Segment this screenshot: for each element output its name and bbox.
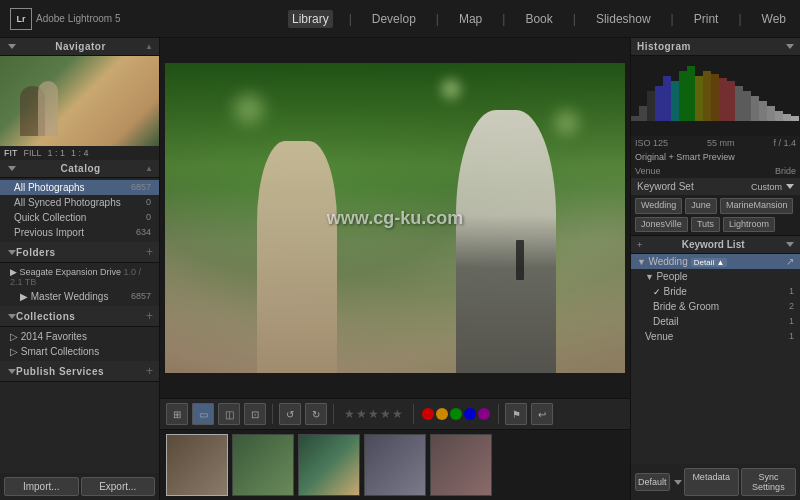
- export-button[interactable]: Export...: [81, 477, 156, 496]
- catalog-item-quick[interactable]: Quick Collection 0: [0, 210, 159, 225]
- folders-add-btn[interactable]: +: [146, 245, 153, 259]
- collections-section: ▷ 2014 Favorites ▷ Smart Collections: [0, 327, 159, 361]
- svg-rect-17: [767, 106, 775, 121]
- keyword-detail-row[interactable]: Detail 1: [631, 314, 800, 329]
- keyword-tag-tuts[interactable]: Tuts: [691, 217, 720, 233]
- keyword-wedding-arrow[interactable]: ↗: [786, 256, 794, 267]
- histogram-info: ISO 125 55 mm f / 1.4: [631, 136, 800, 150]
- rotate-left-btn[interactable]: ↺: [279, 403, 301, 425]
- loupe-view-btn[interactable]: ▭: [192, 403, 214, 425]
- main-layout: Navigator ▲ FIT FILL 1 : 1 1 : 4 Catalog…: [0, 38, 800, 500]
- keyword-set-dropdown[interactable]: Custom: [751, 182, 794, 192]
- iso-value: ISO 125: [635, 138, 668, 148]
- film-thumb-5[interactable]: [430, 434, 492, 496]
- star-1[interactable]: ★: [344, 407, 355, 421]
- flag-btn[interactable]: ⚑: [505, 403, 527, 425]
- folder-seagate[interactable]: ▶ Seagate Expansion Drive 1.0 / 2.1 TB: [0, 265, 159, 289]
- survey-view-btn[interactable]: ⊡: [244, 403, 266, 425]
- preview-mode: Original + Smart Preview: [631, 150, 800, 164]
- fit-option-1to4[interactable]: 1 : 4: [71, 148, 89, 158]
- keyword-tag-lightroom[interactable]: Lightroom: [723, 217, 775, 233]
- nav-item-library[interactable]: Library: [288, 10, 333, 28]
- star-rating: ★ ★ ★ ★ ★: [344, 407, 403, 421]
- svg-rect-10: [711, 74, 719, 121]
- film-thumb-3[interactable]: [298, 434, 360, 496]
- divider: [272, 404, 273, 424]
- publish-header[interactable]: Publish Services +: [0, 361, 159, 382]
- keyword-tag-june[interactable]: June: [685, 198, 717, 214]
- collections-add-btn[interactable]: +: [146, 309, 153, 323]
- keyword-set-value: Custom: [751, 182, 782, 192]
- star-4[interactable]: ★: [380, 407, 391, 421]
- svg-rect-5: [671, 81, 679, 121]
- fit-option-1to1[interactable]: 1 : 1: [48, 148, 66, 158]
- navigator-header[interactable]: Navigator ▲: [0, 38, 159, 56]
- folders-header[interactable]: Folders +: [0, 242, 159, 263]
- red-label[interactable]: [422, 408, 434, 420]
- histogram-area: [631, 56, 800, 136]
- histogram-title: Histogram: [637, 41, 691, 52]
- publish-add-btn[interactable]: +: [146, 364, 153, 378]
- navigator-title: Navigator: [55, 41, 106, 52]
- star-5[interactable]: ★: [392, 407, 403, 421]
- film-thumb-1[interactable]: [166, 434, 228, 496]
- keyword-people-row[interactable]: ▼ People: [631, 269, 800, 284]
- right-panel: Histogram: [630, 38, 800, 500]
- keyword-tag-marinemansion[interactable]: MarineMansion: [720, 198, 794, 214]
- histogram-header[interactable]: Histogram: [631, 38, 800, 56]
- nav-item-map[interactable]: Map: [455, 10, 486, 28]
- rotate-right-btn[interactable]: ↻: [305, 403, 327, 425]
- catalog-section: All Photographs 6857 All Synced Photogra…: [0, 178, 159, 242]
- keyword-set-header: Keyword Set Custom: [631, 178, 800, 195]
- left-panel: Navigator ▲ FIT FILL 1 : 1 1 : 4 Catalog…: [0, 38, 160, 500]
- film-thumb-4[interactable]: [364, 434, 426, 496]
- svg-rect-15: [751, 96, 759, 121]
- bride-label: Bride: [775, 166, 796, 176]
- film-thumb-2[interactable]: [232, 434, 294, 496]
- purple-label[interactable]: [478, 408, 490, 420]
- catalog-item-prev-import[interactable]: Previous Import 634: [0, 225, 159, 240]
- catalog-item-synced[interactable]: All Synced Photographs 0: [0, 195, 159, 210]
- collection-smart[interactable]: ▷ Smart Collections: [0, 344, 159, 359]
- nav-item-book[interactable]: Book: [521, 10, 556, 28]
- star-3[interactable]: ★: [368, 407, 379, 421]
- main-photo: www.cg-ku.com: [165, 63, 625, 373]
- keyword-list-title: Keyword List: [682, 239, 745, 250]
- collections-title: Collections: [16, 311, 75, 322]
- filmstrip: [160, 430, 630, 500]
- metadata-btn[interactable]: Metadata: [684, 468, 739, 496]
- nav-item-print[interactable]: Print: [690, 10, 723, 28]
- fit-option-fit[interactable]: FIT: [4, 148, 18, 158]
- catalog-header[interactable]: Catalog ▲: [0, 160, 159, 178]
- import-button[interactable]: Import...: [4, 477, 79, 496]
- catalog-item-all-photos[interactable]: All Photographs 6857: [0, 180, 159, 195]
- folder-master-weddings[interactable]: ▶ Master Weddings 6857: [0, 289, 159, 304]
- nav-item-develop[interactable]: Develop: [368, 10, 420, 28]
- filmstrip-toolbar: ⊞ ▭ ◫ ⊡ ↺ ↻ ★ ★ ★ ★ ★ ⚑: [160, 398, 630, 430]
- top-bar: Lr Adobe Lightroom 5 Library|Develop|Map…: [0, 0, 800, 38]
- fit-option-fill[interactable]: FILL: [24, 148, 42, 158]
- keyword-tag-jonesville[interactable]: JonesVille: [635, 217, 688, 233]
- svg-rect-13: [735, 86, 743, 121]
- green-label[interactable]: [450, 408, 462, 420]
- keyword-wedding-row[interactable]: ▼ WeddingDetail ▲ ↗: [631, 254, 800, 269]
- unflag-btn[interactable]: ↩: [531, 403, 553, 425]
- nav-item-web[interactable]: Web: [758, 10, 790, 28]
- grid-view-btn[interactable]: ⊞: [166, 403, 188, 425]
- keyword-bride-groom-row[interactable]: Bride & Groom 2: [631, 299, 800, 314]
- keyword-tag-wedding[interactable]: Wedding: [635, 198, 682, 214]
- star-2[interactable]: ★: [356, 407, 367, 421]
- keyword-venue-row[interactable]: Venue 1: [631, 329, 800, 344]
- sync-settings-btn[interactable]: Sync Settings: [741, 468, 796, 496]
- yellow-label[interactable]: [436, 408, 448, 420]
- default-btn[interactable]: Default: [635, 473, 670, 491]
- nav-item-slideshow[interactable]: Slideshow: [592, 10, 655, 28]
- compare-view-btn[interactable]: ◫: [218, 403, 240, 425]
- keyword-list-plus[interactable]: +: [637, 240, 642, 250]
- collections-header[interactable]: Collections +: [0, 306, 159, 327]
- blue-label[interactable]: [464, 408, 476, 420]
- svg-rect-16: [759, 101, 767, 121]
- collection-2014-favorites[interactable]: ▷ 2014 Favorites: [0, 329, 159, 344]
- keyword-list-header[interactable]: + Keyword List: [631, 235, 800, 254]
- keyword-bride-row[interactable]: ✓ Bride 1: [631, 284, 800, 299]
